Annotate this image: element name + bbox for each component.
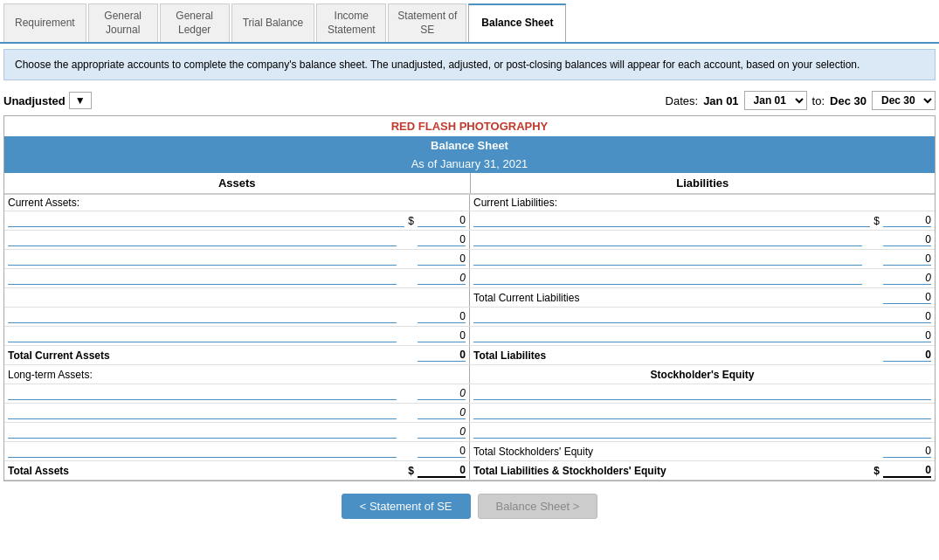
section-headers-row: Current Assets: Current Liabilities: <box>4 195 935 211</box>
total-assets-amount[interactable] <box>418 464 466 478</box>
asset-row-3 <box>4 250 935 269</box>
date-to-select[interactable]: Dec 30 <box>872 91 936 110</box>
tab-statement-se[interactable]: Statement ofSE <box>388 3 466 42</box>
asset-row-5 <box>4 308 935 327</box>
tab-general-ledger[interactable]: GeneralLedger <box>160 3 230 42</box>
asset-amount-3[interactable] <box>418 252 466 266</box>
asset-amount-5[interactable] <box>418 310 466 323</box>
total-current-assets-label: Total Current Assets <box>8 349 418 362</box>
filter-label: Unadjusted <box>3 94 66 107</box>
longterm-name-3[interactable] <box>8 425 397 439</box>
next-button: Balance Sheet > <box>478 494 598 519</box>
liability-amount-1[interactable] <box>883 214 931 227</box>
liability-name-1[interactable] <box>473 214 870 227</box>
asset-name-4[interactable] <box>8 272 397 285</box>
tab-general-journal[interactable]: GeneralJournal <box>88 3 158 42</box>
balance-sheet-container: RED FLASH PHOTOGRAPHY Balance Sheet As o… <box>3 115 936 481</box>
asset-row-2 <box>4 231 935 250</box>
liability-name-2[interactable] <box>473 233 862 246</box>
asset-name-6[interactable] <box>8 329 397 342</box>
total-current-liabilities-amount[interactable] <box>883 291 931 304</box>
dates-label: Dates: <box>666 94 699 107</box>
asset-amount-4[interactable] <box>418 272 466 285</box>
equity-name-2[interactable] <box>473 406 931 419</box>
equity-name-1[interactable] <box>473 387 931 400</box>
date-from-label: Jan 01 <box>703 94 738 107</box>
tab-income-statement[interactable]: IncomeStatement <box>316 3 386 42</box>
liability-amount-6[interactable] <box>883 329 931 342</box>
total-current-liabilities-label: Total Current Liabilities <box>473 292 883 304</box>
longterm-name-1[interactable] <box>8 387 397 400</box>
liability-name-4[interactable] <box>473 272 862 285</box>
liability-name-5[interactable] <box>473 310 883 323</box>
longterm-row-2 <box>4 404 935 423</box>
asset-name-3[interactable] <box>8 252 397 266</box>
asset-amount-6[interactable] <box>418 329 466 342</box>
asset-name-2[interactable] <box>8 233 397 246</box>
company-name: RED FLASH PHOTOGRAPHY <box>4 116 935 136</box>
filter-dropdown[interactable]: ▼ <box>69 92 92 109</box>
total-stockholders-equity-amount[interactable] <box>883 445 931 458</box>
asset-name-1[interactable] <box>8 214 404 227</box>
liability-amount-4[interactable] <box>883 272 931 285</box>
total-liabilities-amount[interactable] <box>883 349 931 362</box>
equity-name-3[interactable] <box>473 425 931 439</box>
liabilities-header: Liabilities <box>470 173 936 194</box>
longterm-amount-2[interactable] <box>418 406 466 419</box>
asset-row-6 <box>4 327 935 346</box>
asset-amount-1[interactable] <box>418 214 466 227</box>
tab-requirement[interactable]: Requirement <box>3 3 86 42</box>
asset-amount-2[interactable] <box>418 233 466 246</box>
asset-row-1: $ $ <box>4 211 935 231</box>
prev-button[interactable]: < Statement of SE <box>342 494 471 519</box>
grand-total-row: Total Assets $ Total Liabilities & Stock… <box>4 461 935 480</box>
to-label: to: <box>812 94 825 107</box>
current-liabilities-label: Current Liabilities: <box>470 195 936 211</box>
liability-name-3[interactable] <box>473 252 862 266</box>
sheet-title: Balance Sheet <box>4 136 935 155</box>
liability-amount-3[interactable] <box>883 252 931 266</box>
longterm-name-4[interactable] <box>8 445 397 458</box>
total-current-assets-amount[interactable] <box>418 349 466 362</box>
liability-amount-5[interactable] <box>883 310 931 323</box>
assets-header: Assets <box>4 173 470 194</box>
longterm-equity-header-row: Long-term Assets: Stockholder's Equity <box>4 365 935 384</box>
total-current-row: Total Current Liabilities <box>4 288 935 308</box>
longterm-row-1 <box>4 384 935 404</box>
total-liabilities-equity-label: Total Liabilities & Stockholders' Equity <box>473 465 870 477</box>
asset-row-4 <box>4 269 935 288</box>
tab-balance-sheet[interactable]: Balance Sheet <box>468 3 566 42</box>
long-term-assets-label: Long-term Assets: <box>4 365 470 384</box>
info-banner: Choose the appropriate accounts to compl… <box>3 49 936 80</box>
current-assets-label: Current Assets: <box>4 195 470 211</box>
date-to-label: Dec 30 <box>830 94 867 107</box>
tab-trial-balance[interactable]: Trial Balance <box>231 3 315 42</box>
bottom-nav: < Statement of SE Balance Sheet > <box>0 483 939 529</box>
liability-amount-2[interactable] <box>883 233 931 246</box>
total-liabilities-equity-amount[interactable] <box>883 464 931 478</box>
longterm-amount-3[interactable] <box>418 425 466 439</box>
longterm-amount-1[interactable] <box>418 387 466 400</box>
longterm-amount-4[interactable] <box>418 445 466 458</box>
date-from-select[interactable]: Jan 01 <box>744 91 807 110</box>
liability-name-6[interactable] <box>473 329 883 342</box>
total-assets-label: Total Assets <box>8 465 404 477</box>
stockholders-equity-header: Stockholder's Equity <box>470 365 936 384</box>
asset-name-5[interactable] <box>8 310 397 323</box>
total-stockholders-equity-label: Total Stockholders' Equity <box>473 446 883 458</box>
longterm-row-3 <box>4 423 935 442</box>
totals-row: Total Current Assets Total Liabilites <box>4 346 935 365</box>
sheet-date: As of January 31, 2021 <box>4 155 935 173</box>
total-liabilities-label: Total Liabilites <box>473 349 883 362</box>
total-equity-row: Total Stockholders' Equity <box>4 442 935 461</box>
longterm-name-2[interactable] <box>8 406 397 419</box>
